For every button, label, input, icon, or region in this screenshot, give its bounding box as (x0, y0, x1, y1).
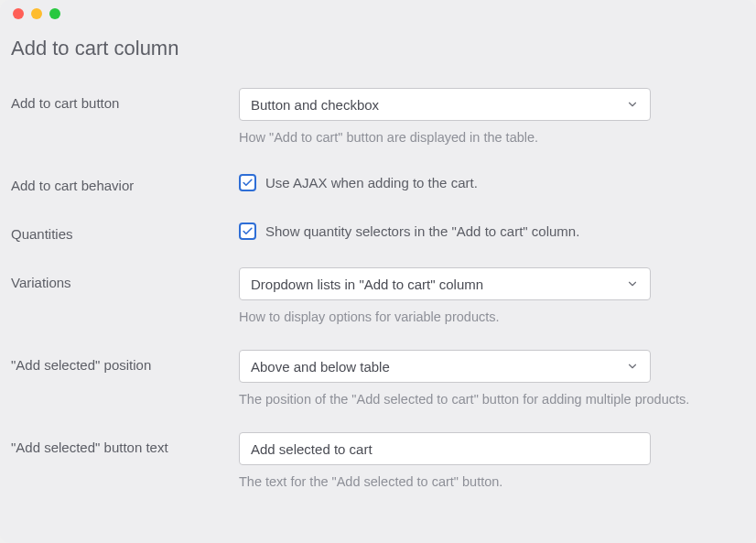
field-control: The text for the "Add selected to cart" … (239, 432, 745, 489)
check-icon (242, 225, 254, 237)
settings-content: Add to cart column Add to cart button Bu… (0, 27, 756, 500)
field-label: "Add selected" button text (11, 432, 239, 455)
checkbox-row: Use AJAX when adding to the cart. (239, 170, 745, 191)
field-label: Add to cart button (11, 88, 239, 111)
checkbox-label: Show quantity selectors in the "Add to c… (265, 223, 579, 239)
settings-window: Add to cart column Add to cart button Bu… (0, 0, 756, 543)
field-add-to-cart-button: Add to cart button Button and checkbox H… (11, 88, 745, 145)
field-quantities: Quantities Show quantity selectors in th… (11, 219, 745, 242)
chevron-down-icon (626, 360, 639, 373)
add-to-cart-button-select[interactable]: Button and checkbox (239, 88, 651, 121)
field-help: The text for the "Add selected to cart" … (239, 474, 745, 489)
field-control: Above and below table The position of th… (239, 350, 745, 407)
select-value: Button and checkbox (251, 97, 626, 113)
checkbox-row: Show quantity selectors in the "Add to c… (239, 219, 745, 240)
window-titlebar (0, 0, 756, 27)
field-help: How to display options for variable prod… (239, 310, 745, 324)
field-control: Button and checkbox How "Add to cart" bu… (239, 88, 745, 145)
field-label: Quantities (11, 219, 239, 242)
field-add-selected-button-text: "Add selected" button text The text for … (11, 432, 745, 489)
field-control: Show quantity selectors in the "Add to c… (239, 219, 745, 240)
checkbox-label: Use AJAX when adding to the cart. (265, 175, 478, 190)
field-add-selected-position: "Add selected" position Above and below … (11, 350, 745, 407)
section-title: Add to cart column (11, 37, 745, 60)
select-value: Dropdown lists in "Add to cart" column (251, 277, 626, 292)
quantities-checkbox[interactable] (239, 223, 256, 240)
field-label: Add to cart behavior (11, 170, 239, 193)
field-control: Dropdown lists in "Add to cart" column H… (239, 267, 745, 324)
field-variations: Variations Dropdown lists in "Add to car… (11, 267, 745, 324)
field-label: Variations (11, 267, 239, 290)
chevron-down-icon (626, 98, 639, 111)
field-help: The position of the "Add selected to car… (239, 392, 745, 407)
check-icon (242, 177, 254, 189)
chevron-down-icon (626, 277, 639, 290)
field-help: How "Add to cart" button are displayed i… (239, 130, 745, 145)
ajax-checkbox[interactable] (239, 174, 256, 191)
add-selected-position-select[interactable]: Above and below table (239, 350, 651, 383)
minimize-icon[interactable] (31, 8, 42, 19)
field-add-to-cart-behavior: Add to cart behavior Use AJAX when addin… (11, 170, 745, 193)
select-value: Above and below table (251, 359, 626, 375)
maximize-icon[interactable] (49, 8, 60, 19)
variations-select[interactable]: Dropdown lists in "Add to cart" column (239, 267, 651, 300)
add-selected-button-text-input[interactable] (239, 432, 651, 465)
field-label: "Add selected" position (11, 350, 239, 373)
close-icon[interactable] (13, 8, 24, 19)
field-control: Use AJAX when adding to the cart. (239, 170, 745, 191)
